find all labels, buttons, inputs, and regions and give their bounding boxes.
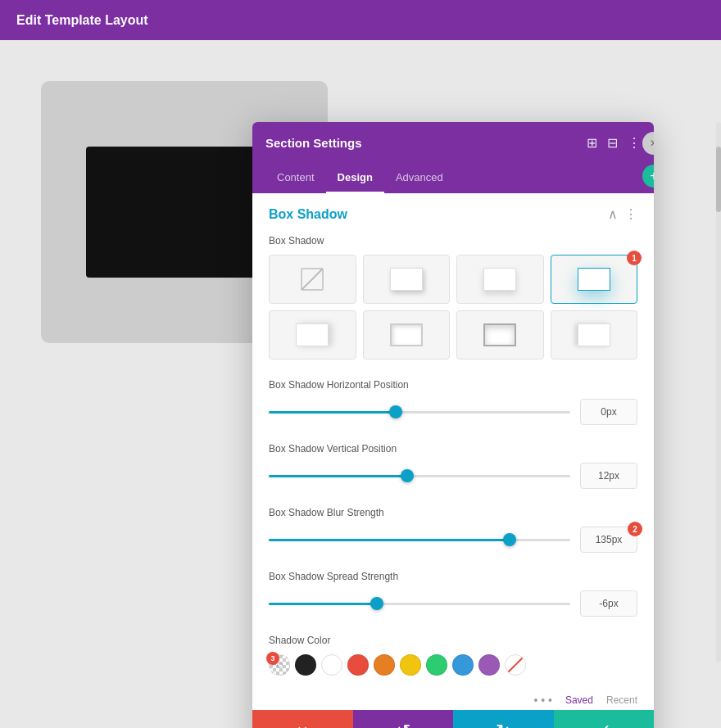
color-swatch-transparent[interactable] <box>505 654 526 676</box>
tabs: Content Design Advanced <box>252 163 654 193</box>
undo-icon: ↺ <box>396 721 410 728</box>
blur-badge: 2 <box>628 522 642 536</box>
canvas-area: Section Settings ⊞ ⊟ ⋮ Content Design Ad… <box>0 40 721 728</box>
collapse-icon[interactable]: ∧ <box>608 206 618 222</box>
shadow-option-5[interactable] <box>363 310 451 359</box>
tab-design[interactable]: Design <box>326 163 384 193</box>
panel-scrollbar-thumb[interactable] <box>716 147 721 212</box>
v-position-slider-track-wrap[interactable] <box>269 468 570 484</box>
spread-track <box>269 603 570 605</box>
color-swatch-yellow[interactable] <box>400 654 421 676</box>
redo-button[interactable]: ↻ <box>453 710 554 728</box>
blur-input-wrap: 135px 2 <box>580 527 637 553</box>
page-title: Edit Template Layout <box>16 13 148 28</box>
shadow-color-section: Shadow Color ⬡ 3 <box>269 635 637 676</box>
tab-content[interactable]: Content <box>265 163 326 193</box>
h-position-slider-track-wrap[interactable] <box>269 404 570 420</box>
columns-icon[interactable]: ⊟ <box>607 135 618 151</box>
shadow-none-preview <box>301 268 324 291</box>
panel-body: Box Shadow ∧ ⋮ Box Shadow <box>252 193 654 689</box>
v-position-input[interactable]: 12px <box>580 463 637 489</box>
cancel-button[interactable]: × <box>252 710 353 728</box>
plus-icon: + <box>650 169 654 183</box>
shadow-box-preview-5 <box>390 323 423 346</box>
shadow-selected-badge: 1 <box>627 251 642 265</box>
close-icon: ✕ <box>650 138 654 149</box>
h-position-thumb[interactable] <box>389 405 402 418</box>
shadow-box-preview-2 <box>483 268 516 291</box>
color-swatch-orange[interactable] <box>374 654 395 676</box>
h-position-row: Box Shadow Horizontal Position 0px <box>269 379 637 425</box>
shadow-option-7[interactable] <box>551 310 638 359</box>
color-swatch-custom[interactable]: ⬡ 3 <box>269 654 290 676</box>
spread-thumb[interactable] <box>370 597 383 610</box>
h-position-fill <box>269 411 396 414</box>
h-position-input[interactable]: 0px <box>580 399 637 425</box>
blur-slider-container: 135px 2 <box>269 527 637 553</box>
saved-recent-bar: • • • Saved Recent <box>252 689 654 710</box>
redo-icon: ↻ <box>496 721 510 728</box>
shadow-option-6[interactable] <box>456 310 544 359</box>
color-swatch-green[interactable] <box>426 654 447 676</box>
color-swatches: ⬡ 3 <box>269 654 637 676</box>
color-badge: 3 <box>266 652 279 665</box>
section-more-icon[interactable]: ⋮ <box>624 206 637 222</box>
blur-thumb[interactable] <box>503 533 516 546</box>
v-position-thumb[interactable] <box>401 469 414 482</box>
h-position-slider-container: 0px <box>269 399 637 425</box>
panel-header-icons: ⊞ ⊟ ⋮ <box>587 135 641 151</box>
section-title: Box Shadow <box>269 207 347 222</box>
shadow-box-preview-4 <box>296 323 329 346</box>
color-swatch-purple[interactable] <box>478 654 500 676</box>
dots-icon: • • • <box>533 694 551 707</box>
v-position-track <box>269 475 570 477</box>
section-title-row: Box Shadow ∧ ⋮ <box>269 206 637 222</box>
shadow-box-preview-6 <box>483 323 516 346</box>
h-position-track <box>269 411 570 414</box>
color-swatch-red[interactable] <box>347 654 369 676</box>
spread-input[interactable]: -6px <box>580 590 637 617</box>
more-icon[interactable]: ⋮ <box>628 135 641 151</box>
shadow-option-1[interactable] <box>363 255 451 304</box>
top-bar: Edit Template Layout <box>0 0 721 40</box>
spread-fill <box>269 603 377 605</box>
recent-text[interactable]: Recent <box>606 694 637 706</box>
tab-advanced[interactable]: Advanced <box>384 163 455 193</box>
color-swatch-white[interactable] <box>321 654 342 676</box>
panel-scrollbar[interactable] <box>716 122 721 662</box>
shadow-box-preview-1 <box>390 268 423 291</box>
spread-row: Box Shadow Spread Strength -6px <box>269 571 637 617</box>
panel-title: Section Settings <box>265 136 362 150</box>
shadow-color-label: Shadow Color <box>269 635 637 646</box>
confirm-icon: ✓ <box>596 721 611 728</box>
shadow-box-preview-7 <box>578 323 610 346</box>
saved-text[interactable]: Saved <box>565 694 593 706</box>
shadow-box-preview-3 <box>578 268 610 291</box>
blur-row: Box Shadow Blur Strength 135px 2 <box>269 507 637 553</box>
action-bar: × ↺ ↻ ✓ <box>252 710 654 728</box>
v-position-slider-container: 12px <box>269 463 637 489</box>
settings-panel: Section Settings ⊞ ⊟ ⋮ Content Design Ad… <box>252 122 654 728</box>
shadow-option-2[interactable] <box>456 255 544 304</box>
v-position-label: Box Shadow Vertical Position <box>269 443 637 454</box>
section-title-actions: ∧ ⋮ <box>608 206 637 222</box>
v-position-input-wrap: 12px <box>580 463 637 489</box>
blur-slider-track-wrap[interactable] <box>269 531 570 548</box>
v-position-row: Box Shadow Vertical Position 12px <box>269 443 637 489</box>
spread-slider-container: -6px <box>269 590 637 617</box>
undo-button[interactable]: ↺ <box>353 710 454 728</box>
spread-slider-track-wrap[interactable] <box>269 595 570 612</box>
shadow-options-grid: 1 <box>269 255 637 359</box>
confirm-button[interactable]: ✓ <box>554 710 655 728</box>
shadow-option-none[interactable] <box>269 255 356 304</box>
fullscreen-icon[interactable]: ⊞ <box>587 135 597 151</box>
shadow-option-3[interactable]: 1 <box>551 255 638 304</box>
spread-input-wrap: -6px <box>580 590 637 617</box>
blur-fill <box>269 539 510 541</box>
color-swatch-blue[interactable] <box>452 654 474 676</box>
color-swatch-black[interactable] <box>295 654 316 676</box>
v-position-fill <box>269 475 407 477</box>
cancel-icon: × <box>297 721 308 728</box>
shadow-option-4[interactable] <box>269 310 356 359</box>
shadow-field-label: Box Shadow <box>269 235 637 246</box>
